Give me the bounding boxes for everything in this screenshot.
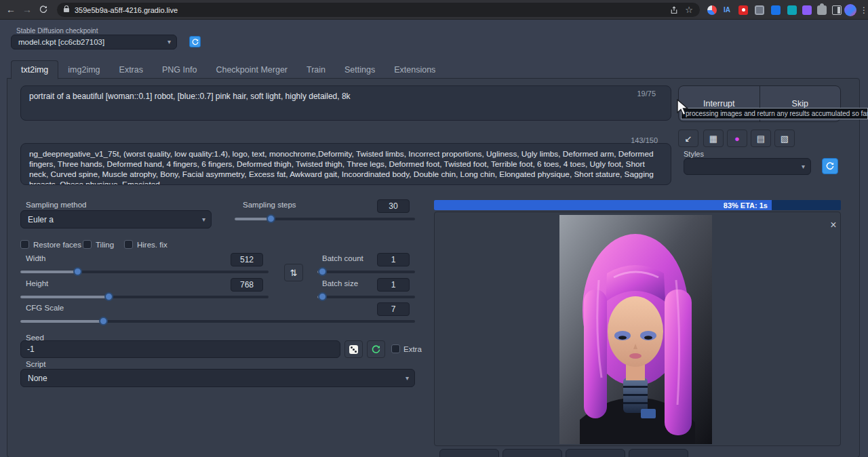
- hires-fix-label: Hires. fix: [137, 241, 167, 249]
- address-bar[interactable]: 359e5b9a-a5ff-4216.gradio.live ☆: [57, 3, 700, 17]
- tiling-label: Tiling: [96, 241, 114, 249]
- tab-extensions[interactable]: Extensions: [384, 61, 445, 79]
- sampling-method-label: Sampling method: [26, 201, 87, 209]
- hires-fix-checkbox[interactable]: [124, 240, 133, 249]
- restore-faces-checkbox[interactable]: [20, 240, 29, 249]
- chevron-down-icon: ▾: [167, 38, 171, 45]
- extension-icon-2[interactable]: IA: [720, 3, 734, 17]
- tiling-checkbox[interactable]: [83, 240, 92, 249]
- civitai-helper-button[interactable]: ●: [727, 130, 747, 147]
- tab-png-info[interactable]: PNG Info: [153, 61, 206, 79]
- gallery-action-button[interactable]: [629, 449, 688, 457]
- sidebar-icon[interactable]: [830, 3, 844, 17]
- tab-settings[interactable]: Settings: [335, 61, 384, 79]
- gallery-action-button[interactable]: [566, 449, 625, 457]
- batch-size-value[interactable]: 1: [377, 278, 410, 292]
- tab-train[interactable]: Train: [297, 61, 335, 79]
- gallery-action-button[interactable]: [439, 449, 499, 457]
- bookmark-star-icon[interactable]: ☆: [685, 5, 693, 15]
- progress-text: 83% ETA: 1s: [724, 201, 768, 210]
- extra-seed-label: Extra: [403, 345, 422, 353]
- cfg-scale-slider[interactable]: [20, 317, 415, 325]
- gallery-action-button[interactable]: [502, 449, 562, 457]
- forward-button[interactable]: →: [19, 2, 35, 17]
- style-card-button[interactable]: ▤: [751, 130, 771, 147]
- height-slider[interactable]: [20, 292, 269, 301]
- height-value[interactable]: 768: [231, 278, 263, 292]
- chevron-down-icon: ▾: [802, 163, 805, 170]
- share-icon[interactable]: [670, 6, 678, 14]
- browser-menu-icon[interactable]: ⋮: [857, 3, 868, 17]
- tab-extras[interactable]: Extras: [110, 61, 153, 79]
- sampling-steps-value[interactable]: 30: [377, 199, 410, 213]
- refresh-styles-button[interactable]: [822, 158, 838, 174]
- save-style-button[interactable]: ▧: [774, 130, 795, 147]
- extension-icon-3[interactable]: [736, 3, 750, 17]
- reuse-seed-button[interactable]: [367, 340, 385, 358]
- extra-seed-checkbox[interactable]: [391, 344, 400, 353]
- width-value[interactable]: 512: [231, 253, 263, 266]
- checkpoint-dropdown[interactable]: model.ckpt [cc6cb27103] ▾: [11, 35, 177, 49]
- generated-image[interactable]: [559, 215, 712, 444]
- negative-prompt-input[interactable]: ng_deepnegative_v1_75t, (worst quality, …: [20, 143, 671, 185]
- url-text: 359e5b9a-a5ff-4216.gradio.live: [75, 6, 178, 14]
- close-preview-button[interactable]: ×: [827, 218, 840, 232]
- card-save-icon: ▧: [781, 134, 789, 144]
- extension-icon-4[interactable]: [753, 3, 766, 17]
- sampling-steps-label: Sampling steps: [243, 201, 296, 209]
- refresh-icon: [192, 39, 199, 45]
- seed-input[interactable]: -1: [20, 340, 340, 358]
- browser-toolbar: ← → 359e5b9a-a5ff-4216.gradio.live ☆ IA …: [0, 0, 868, 20]
- script-label: Script: [26, 360, 45, 368]
- batch-count-value[interactable]: 1: [377, 253, 410, 266]
- tab-txt2img[interactable]: txt2img: [11, 60, 58, 79]
- tab-checkpoint-merger[interactable]: Checkpoint Merger: [206, 61, 297, 79]
- width-label: Width: [26, 254, 45, 262]
- arrow-down-left-icon: ↙: [685, 134, 692, 144]
- cfg-scale-label: CFG Scale: [26, 304, 64, 312]
- extension-icon-7[interactable]: [800, 3, 814, 17]
- batch-count-label: Batch count: [322, 254, 363, 262]
- sampling-steps-slider[interactable]: [235, 214, 415, 223]
- swap-dimensions-button[interactable]: ⇅: [284, 264, 303, 281]
- paste-generation-params-button[interactable]: ↙: [678, 130, 698, 147]
- mouse-cursor: [676, 99, 691, 117]
- script-value: None: [28, 374, 47, 383]
- seed-value: -1: [27, 344, 35, 354]
- checkpoint-value: model.ckpt [cc6cb27103]: [18, 38, 104, 46]
- chevron-down-icon: ▾: [202, 216, 205, 223]
- width-slider[interactable]: [20, 267, 269, 276]
- extension-icon-6[interactable]: [785, 3, 799, 17]
- puzzle-extensions-icon[interactable]: [815, 3, 829, 17]
- extension-icon-5[interactable]: [769, 3, 783, 17]
- prompt-input[interactable]: portrait of a beautiful [woman::0.1] rob…: [20, 85, 671, 121]
- card-icon: ▤: [757, 134, 765, 144]
- random-seed-button[interactable]: [344, 340, 363, 358]
- lock-icon: [64, 8, 69, 12]
- reload-button[interactable]: [35, 2, 52, 17]
- refresh-checkpoint-button[interactable]: [189, 36, 201, 47]
- progress-bar: 83% ETA: 1s: [434, 200, 841, 210]
- sampling-method-dropdown[interactable]: Euler a ▾: [20, 210, 212, 228]
- interrupt-tooltip: processing images and return any results…: [681, 108, 868, 119]
- tab-bar: txt2img img2img Extras PNG Info Checkpoi…: [11, 60, 445, 79]
- styles-dropdown[interactable]: ▾: [684, 158, 811, 175]
- back-button[interactable]: ←: [3, 2, 19, 17]
- tab-img2img[interactable]: img2img: [58, 61, 109, 79]
- batch-count-slider[interactable]: [317, 267, 415, 276]
- progress-fill: 83% ETA: 1s: [434, 200, 772, 210]
- swap-arrows-icon: ⇅: [290, 268, 298, 278]
- script-dropdown[interactable]: None ▾: [20, 369, 415, 387]
- batch-size-slider[interactable]: [317, 292, 415, 301]
- negative-prompt-text: ng_deepnegative_v1_75t, (worst quality, …: [21, 144, 671, 185]
- dice-icon: [349, 345, 358, 354]
- extension-icon-1[interactable]: [705, 3, 719, 17]
- prompt-text: portrait of a beautiful [woman::0.1] rob…: [21, 86, 671, 107]
- cfg-scale-value[interactable]: 7: [377, 302, 410, 316]
- screen: ← → 359e5b9a-a5ff-4216.gradio.live ☆ IA …: [0, 0, 868, 457]
- reload-icon: [39, 5, 47, 14]
- profile-avatar[interactable]: [844, 3, 857, 17]
- extra-networks-button[interactable]: ▦: [703, 130, 724, 147]
- batch-size-label: Batch size: [322, 279, 358, 287]
- styles-label: Styles: [684, 150, 704, 158]
